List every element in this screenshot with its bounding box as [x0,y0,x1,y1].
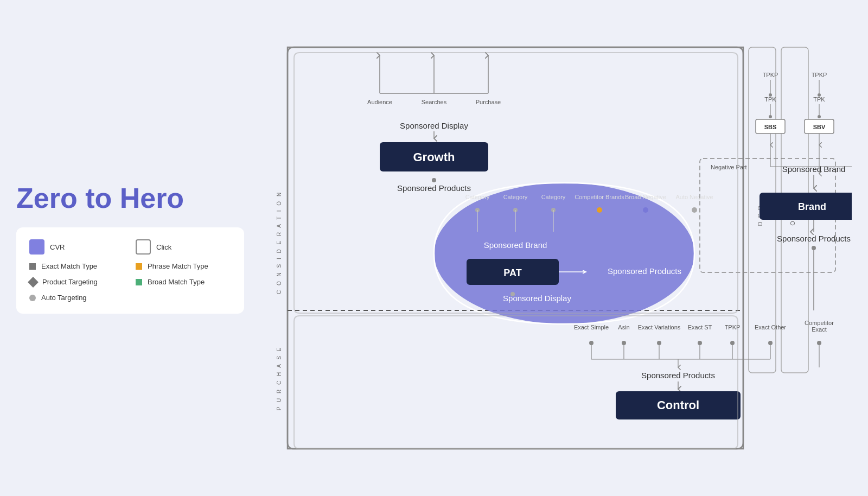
sbv-label: SBV [813,124,826,130]
cvr-label: CVR [50,243,65,251]
tpk-1: TPK [764,96,776,103]
control-button-label: Control [657,398,699,412]
exact-icon [29,263,36,270]
svg-point-13 [597,207,602,213]
legend-auto: Auto Targeting [29,294,125,302]
tpk-2: TPK [813,96,825,103]
legend-phrase: Phrase Match Type [136,262,231,270]
broad-label: Broad Match Type [148,278,205,286]
svg-point-29 [769,115,772,118]
legend-box: CVR Click Exact Match Type Phrase Match … [16,227,244,314]
asin: Asin [618,324,629,330]
brand-button-label: Brand [798,201,826,212]
purchase-top-label: Purchase [476,99,501,105]
exact-st: Exact ST [688,324,712,330]
diagram-wrapper: D S P O T T C O N S I D E R A T I O N P … [260,15,852,481]
click-label: Click [156,243,171,251]
left-panel: Zero to Hero CVR Click Exact Match Type … [16,182,244,314]
tpkp-1: TPKP [763,72,778,78]
main-diagram-svg: D S P O T T C O N S I D E R A T I O N P … [260,15,852,481]
sponsored-brand-right: Sponsored Brand [782,164,846,174]
sponsored-products-consideration: Sponsored Products [397,183,471,193]
competitor-brands: Competitor Brands [575,194,624,200]
svg-point-34 [818,115,821,118]
svg-point-8 [432,178,436,182]
svg-point-9 [434,183,694,324]
category-3: Category [541,194,566,200]
category-1: Category [465,194,490,200]
pat-sponsored-products: Sponsored Products [608,266,681,276]
legend-click: Click [136,239,231,255]
product-label: Product Targeting [42,278,98,286]
growth-button-label: Growth [413,150,455,164]
legend-cvr: CVR [29,239,125,255]
svg-point-15 [692,207,697,213]
cvr-icon [29,239,44,255]
page-wrapper: Zero to Hero CVR Click Exact Match Type … [0,0,868,496]
svg-point-24 [812,246,816,250]
sbs-label: SBS [764,124,777,130]
legend-product: Product Targeting [29,278,125,286]
auto-label: Auto Targeting [41,294,87,302]
sponsored-display-inner: Sponsored Display [503,294,571,303]
phrase-label: Phrase Match Type [148,262,208,270]
sponsored-display-top: Sponsored Display [400,121,468,130]
broad-negative: Broad Negative [625,194,666,200]
page-title: Zero to Hero [16,182,244,215]
competitor-exact-2: Exact [812,326,827,333]
pat-button-label: PAT [503,268,521,278]
broad-icon [136,279,142,285]
searches-label: Searches [422,99,447,105]
click-icon [136,239,151,255]
category-2: Category [503,194,528,200]
exact-simple: Exact Simple [574,324,609,330]
tpkp-2: TPKP [812,72,827,78]
competitor-exact: Competitor [805,320,834,326]
consideration-label: C O N S I D E R A T I O N [276,191,282,294]
legend-broad: Broad Match Type [136,278,231,286]
audience-label: Audience [367,99,392,105]
product-icon [28,277,39,288]
auto-negative: Auto Negative [675,194,713,200]
exact-label: Exact Match Type [41,262,97,270]
purchase-label: P U R C H A S E [276,346,282,411]
svg-point-14 [643,207,648,213]
sponsored-products-right: Sponsored Products [777,234,851,243]
sponsored-products-purchase: Sponsored Products [641,371,715,380]
phrase-icon [136,263,142,270]
auto-icon [29,295,36,301]
exact-other: Exact Other [755,324,786,330]
legend-exact: Exact Match Type [29,262,125,270]
sponsored-brand-inner: Sponsored Brand [484,240,547,250]
negative-part-label: Negative Part [711,164,747,170]
exact-variations: Exact Variations [638,324,681,330]
